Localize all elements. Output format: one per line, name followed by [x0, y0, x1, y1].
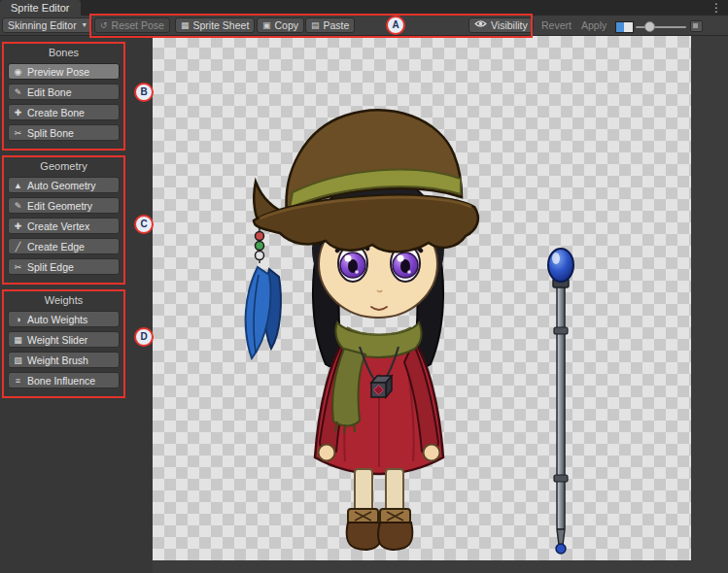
annotation-badge-c: C	[134, 215, 154, 234]
auto-weights-icon: ◑	[13, 315, 23, 324]
preview-pose-icon: ◉	[13, 67, 23, 77]
copy-button[interactable]: ▣ Copy	[257, 17, 304, 33]
split-bone-icon: ✂	[13, 128, 23, 138]
revert-button[interactable]: Revert	[536, 17, 577, 33]
weight-brush-label: Weight Brush	[27, 354, 88, 366]
sprite-editor-window: { "tab": { "title": "Sprite Editor" }, "…	[0, 0, 728, 573]
create-vertex-icon: ✚	[13, 221, 23, 231]
preview-pose-label: Preview Pose	[27, 66, 89, 78]
geometry-panel-title: Geometry	[4, 160, 123, 172]
weight-slider-icon: ▦	[13, 335, 23, 345]
annotation-badge-a: A	[386, 16, 405, 35]
bones-panel: Bones ◉ Preview Pose ✎ Edit Bone ✚ Creat…	[2, 42, 125, 151]
revert-label: Revert	[541, 18, 572, 32]
create-vertex-button[interactable]: ✚ Create Vertex	[8, 218, 120, 234]
create-vertex-label: Create Vertex	[27, 220, 89, 232]
copy-label: Copy	[275, 18, 299, 32]
weights-panel: Weights ◑ Auto Weights ▦ Weight Slider ▧…	[2, 289, 125, 398]
geometry-panel: Geometry ▲ Auto Geometry ✎ Edit Geometry…	[2, 155, 125, 285]
create-bone-label: Create Bone	[27, 107, 85, 118]
reset-pose-icon: ↺	[100, 18, 108, 32]
character-sprite[interactable]	[246, 110, 478, 549]
zoom-slider[interactable]	[636, 26, 686, 28]
split-bone-label: Split Bone	[27, 127, 74, 139]
sprite-artwork	[153, 36, 691, 560]
mip-levels-icon[interactable]	[690, 20, 703, 32]
preview-pose-button[interactable]: ◉ Preview Pose	[8, 63, 120, 80]
sprite-canvas[interactable]	[153, 36, 691, 560]
tab-strip: Sprite Editor ⋮	[0, 0, 728, 16]
edit-bone-icon: ✎	[13, 87, 23, 97]
color-preview-swatch-icon[interactable]	[615, 21, 634, 33]
apply-label: Apply	[581, 18, 607, 32]
create-edge-label: Create Edge	[27, 241, 85, 253]
bone-influence-button[interactable]: ≡ Bone Influence	[8, 372, 120, 388]
split-edge-label: Split Edge	[27, 261, 74, 273]
edit-bone-button[interactable]: ✎ Edit Bone	[8, 84, 120, 100]
paste-icon: ▤	[311, 18, 320, 32]
create-edge-button[interactable]: ╱ Create Edge	[8, 238, 120, 254]
auto-geometry-label: Auto Geometry	[27, 180, 96, 191]
tab-sprite-editor[interactable]: Sprite Editor	[0, 0, 81, 16]
create-edge-icon: ╱	[13, 242, 23, 252]
split-edge-button[interactable]: ✂ Split Edge	[8, 258, 120, 275]
bone-influence-icon: ≡	[13, 376, 23, 386]
weights-panel-title: Weights	[4, 294, 123, 306]
sprite-sheet-icon: ▦	[181, 18, 190, 32]
split-bone-button[interactable]: ✂ Split Bone	[8, 124, 120, 141]
weight-brush-icon: ▧	[13, 355, 23, 365]
auto-geometry-button[interactable]: ▲ Auto Geometry	[8, 177, 120, 193]
bone-influence-label: Bone Influence	[27, 375, 95, 387]
reset-pose-button[interactable]: ↺ Reset Pose	[94, 17, 170, 33]
weight-slider-button[interactable]: ▦ Weight Slider	[8, 331, 120, 348]
kebab-menu-icon[interactable]: ⋮	[710, 0, 723, 16]
auto-weights-label: Auto Weights	[27, 314, 87, 325]
visibility-button[interactable]: Visibility	[468, 17, 534, 33]
mode-dropdown[interactable]: Skinning Editor ▾	[2, 17, 92, 33]
eye-icon	[474, 18, 487, 32]
annotation-badge-d: D	[134, 327, 154, 347]
chevron-down-icon: ▾	[83, 18, 87, 32]
mode-dropdown-label: Skinning Editor	[8, 18, 77, 32]
sprite-sheet-button[interactable]: ▦ Sprite Sheet	[175, 17, 255, 33]
auto-geometry-icon: ▲	[13, 181, 23, 190]
copy-icon: ▣	[262, 18, 271, 32]
split-edge-icon: ✂	[13, 262, 23, 272]
auto-weights-button[interactable]: ◑ Auto Weights	[8, 311, 120, 327]
paste-label: Paste	[324, 18, 350, 32]
weight-slider-label: Weight Slider	[27, 334, 87, 346]
sprite-sheet-label: Sprite Sheet	[193, 18, 250, 32]
create-bone-icon: ✚	[13, 108, 23, 118]
bones-panel-title: Bones	[4, 47, 123, 58]
paste-button[interactable]: ▤ Paste	[305, 17, 355, 33]
apply-button[interactable]: Apply	[575, 17, 612, 33]
visibility-label: Visibility	[491, 18, 528, 32]
edit-geometry-label: Edit Geometry	[27, 200, 92, 212]
staff-sprite[interactable]	[548, 249, 573, 554]
edit-geometry-icon: ✎	[13, 201, 23, 211]
edit-geometry-button[interactable]: ✎ Edit Geometry	[8, 197, 120, 214]
toolbar: Skinning Editor ▾ ↺ Reset Pose ▦ Sprite …	[0, 16, 728, 36]
create-bone-button[interactable]: ✚ Create Bone	[8, 104, 120, 120]
reset-pose-label: Reset Pose	[112, 18, 164, 32]
annotation-badge-b: B	[134, 83, 154, 102]
zoom-slider-handle[interactable]	[644, 21, 655, 32]
edit-bone-label: Edit Bone	[27, 86, 72, 98]
weight-brush-button[interactable]: ▧ Weight Brush	[8, 352, 120, 368]
tool-sidebar: Bones ◉ Preview Pose ✎ Edit Bone ✚ Creat…	[0, 36, 153, 573]
